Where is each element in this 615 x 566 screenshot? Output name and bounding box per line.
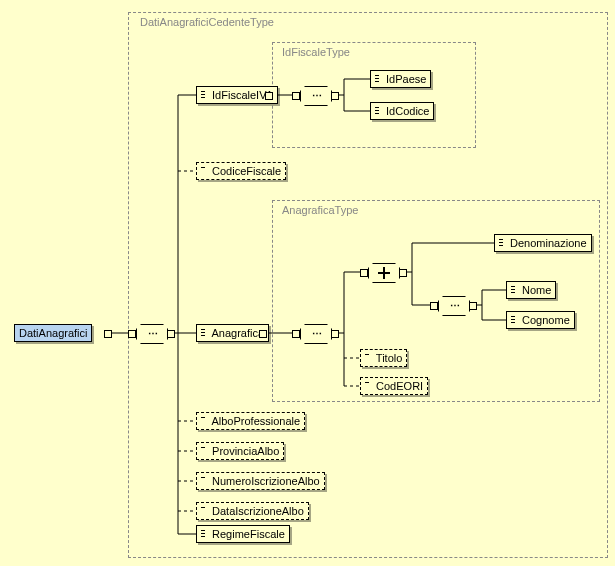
node-label: NumeroIscrizioneAlbo	[212, 475, 320, 487]
compositor-seq-anagrafica	[300, 324, 332, 344]
node-label: Anagrafica	[211, 327, 264, 339]
node-datianagrafici[interactable]: DatiAnagrafici	[14, 324, 92, 342]
port	[259, 330, 267, 338]
node-codicefiscale[interactable]: CodiceFiscale	[196, 162, 286, 180]
node-idpaese[interactable]: IdPaese	[370, 70, 431, 88]
node-label: Titolo	[376, 352, 403, 364]
port	[292, 92, 300, 100]
node-label: IdCodice	[386, 105, 429, 117]
group-idfiscale-label: IdFiscaleType	[280, 46, 352, 58]
node-regimefiscale[interactable]: RegimeFiscale	[196, 525, 290, 543]
node-titolo[interactable]: Titolo	[360, 349, 407, 367]
port	[331, 330, 339, 338]
port	[399, 269, 407, 277]
node-cognome[interactable]: Cognome	[506, 311, 575, 329]
node-label: CodiceFiscale	[212, 165, 281, 177]
node-label: Nome	[522, 284, 551, 296]
port	[104, 330, 112, 338]
node-label: DatiAnagrafici	[19, 327, 87, 339]
node-label: IdPaese	[386, 73, 426, 85]
node-denominazione[interactable]: Denominazione	[494, 234, 592, 252]
node-provinciaalbo[interactable]: ProvinciaAlbo	[196, 442, 284, 460]
node-dataiscrizionealbo[interactable]: DataIscrizioneAlbo	[196, 502, 309, 520]
port	[360, 269, 368, 277]
node-nome[interactable]: Nome	[506, 281, 556, 299]
node-alboprofessionale[interactable]: AlboProfessionale	[196, 412, 305, 430]
node-label: RegimeFiscale	[212, 528, 285, 540]
compositor-choice-anagrafica	[368, 263, 400, 283]
port	[469, 302, 477, 310]
port	[128, 330, 136, 338]
node-numeroiscrizionealbo[interactable]: NumeroIscrizioneAlbo	[196, 472, 325, 490]
port	[331, 92, 339, 100]
compositor-seq-root	[136, 324, 168, 344]
diagram-canvas: DatiAnagraficiCedenteType IdFiscaleType …	[0, 0, 615, 566]
node-label: Denominazione	[510, 237, 586, 249]
group-anagrafica	[272, 200, 600, 402]
node-label: DataIscrizioneAlbo	[212, 505, 304, 517]
node-label: ProvinciaAlbo	[212, 445, 279, 457]
node-label: Cognome	[522, 314, 570, 326]
port	[265, 92, 273, 100]
port	[292, 330, 300, 338]
group-anagrafica-label: AnagraficaType	[280, 204, 360, 216]
node-idcodice[interactable]: IdCodice	[370, 102, 434, 120]
port	[167, 330, 175, 338]
group-root-label: DatiAnagraficiCedenteType	[138, 16, 276, 28]
node-label: CodEORI	[376, 380, 423, 392]
port	[430, 302, 438, 310]
node-codeori[interactable]: CodEORI	[360, 377, 428, 395]
compositor-seq-idfiscale	[300, 86, 332, 106]
node-label: AlboProfessionale	[211, 415, 300, 427]
node-label: IdFiscaleIVA	[212, 89, 273, 101]
compositor-seq-nomecognome	[438, 296, 470, 316]
